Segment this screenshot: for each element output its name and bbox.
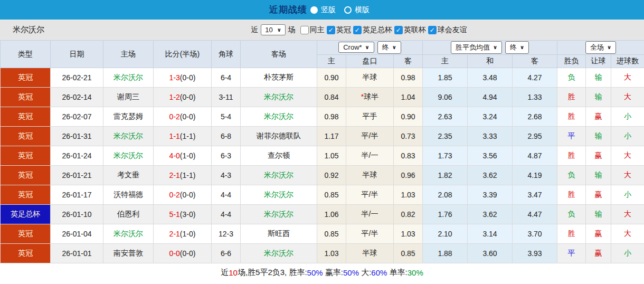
chevron-down-icon: ∨ <box>277 27 281 33</box>
subheader-handicap-away: 客 <box>394 55 423 68</box>
checkbox-checked[interactable]: ✓ <box>428 26 437 34</box>
halftime-score: (0-0) <box>180 191 196 199</box>
handicap-result-cell: 赢 <box>586 146 611 166</box>
goals-result-cell: 大 <box>611 68 644 88</box>
header-group-handicap: Crow*∨终∨ <box>317 41 423 55</box>
checkbox-checked[interactable]: ✓ <box>327 26 335 34</box>
halftime-score: (0-0) <box>180 112 196 121</box>
avg-lose-odds-cell: 3.47 <box>513 185 557 205</box>
final-odds-select-1[interactable]: 终∨ <box>377 41 401 54</box>
table-row: 英足总杯26-01-10伯恩利5-1(3-0)4-4米尔沃尔1.06半/一0.8… <box>1 205 644 224</box>
summary-segment: 30% <box>408 268 423 277</box>
summary-footer: 近10场,胜5平2负3, 胜率:50% 赢率:50% 大:60% 单率:30% <box>0 263 644 282</box>
score-cell: 1-3(0-0) <box>154 68 212 88</box>
radio-horizontal-layout-icon[interactable] <box>344 6 352 14</box>
home-team-cell: 米尔沃尔 <box>103 146 154 166</box>
avg-draw-odds-cell: 3.24 <box>468 107 513 127</box>
result-cell: 胜 <box>557 107 586 127</box>
date-cell: 26-02-14 <box>51 88 103 107</box>
chevron-down-icon: ∨ <box>493 45 497 50</box>
home-team-cell: 沃特福德 <box>103 185 154 205</box>
bookmaker-select[interactable]: Crow*∨ <box>338 42 374 53</box>
chevron-down-icon: ∨ <box>365 45 370 50</box>
radio-vertical-layout-icon[interactable] <box>310 6 318 14</box>
result-cell: 负 <box>557 166 586 185</box>
away-team-cell: 斯旺西 <box>241 224 317 244</box>
fulltime-score: 0-0 <box>169 249 180 258</box>
result-cell: 负 <box>557 68 586 88</box>
fulltime-score: 0-2 <box>169 112 180 121</box>
score-cell: 1-1(1-1) <box>154 127 212 146</box>
handicap-line-cell: 半/一 <box>346 205 394 224</box>
summary-segment: 60% <box>371 268 387 277</box>
handicap-result-cell: 输 <box>586 127 611 146</box>
away-team-cell: 米尔沃尔 <box>241 107 317 127</box>
score-cell: 2-1(1-1) <box>154 166 212 185</box>
fulltime-score: 1-2 <box>169 93 180 101</box>
league-cell: 英冠 <box>1 224 51 244</box>
goals-result-cell: 小 <box>611 127 644 146</box>
league-cell: 英冠 <box>1 146 51 166</box>
period-select[interactable]: 全场∨ <box>585 41 616 54</box>
average-odds-select[interactable]: 胜平负均值∨ <box>451 41 502 54</box>
avg-draw-odds-cell: 3.33 <box>468 127 513 146</box>
date-cell: 26-01-21 <box>51 166 103 185</box>
date-cell: 26-02-07 <box>51 107 103 127</box>
radio-horizontal-layout-label[interactable]: 横版 <box>355 5 370 15</box>
home-team-cell: 米尔沃尔 <box>103 224 154 244</box>
handicap-home-odds-cell: 0.84 <box>317 88 346 107</box>
avg-draw-odds-cell: 3.48 <box>468 68 513 88</box>
table-row: 英冠26-01-21考文垂2-1(1-1)4-3米尔沃尔0.92半球0.961.… <box>1 166 644 185</box>
handicap-away-odds-cell: 0.98 <box>394 68 423 88</box>
avg-win-odds-cell: 1.73 <box>423 146 468 166</box>
header-date: 日期 <box>51 41 103 68</box>
competition-checkbox-group: 同主✓英冠✓英足总杯✓英联杯✓球会友谊 <box>298 25 467 35</box>
home-team-cell: 南安普敦 <box>103 244 154 263</box>
checkbox-checked[interactable]: ✓ <box>353 26 362 34</box>
avg-win-odds-cell: 2.08 <box>423 185 468 205</box>
checkbox-label[interactable]: 英冠 <box>336 25 351 35</box>
handicap-away-odds-cell: 0.90 <box>394 107 423 127</box>
corners-cell: 6-4 <box>212 68 241 88</box>
checkbox-label[interactable]: 球会友谊 <box>438 25 467 35</box>
checkbox-label[interactable]: 同主 <box>310 25 325 35</box>
table-row: 英冠26-01-01南安普敦0-0(0-0)6-6米尔沃尔1.03半球0.851… <box>1 244 644 263</box>
radio-vertical-layout-label[interactable]: 竖版 <box>321 5 336 15</box>
checkbox-label[interactable]: 英联杯 <box>404 25 426 35</box>
handicap-line-cell: 半球 <box>346 68 394 88</box>
handicap-away-odds-cell: 1.04 <box>394 88 423 107</box>
result-cell: 胜 <box>557 146 586 166</box>
table-row: 英冠26-02-14谢周三1-2(0-0)3-11米尔沃尔0.84*球半1.04… <box>1 88 644 107</box>
handicap-away-odds-cell: 0.83 <box>394 146 423 166</box>
checkbox-label[interactable]: 英足总杯 <box>363 25 392 35</box>
corners-cell: 3-11 <box>212 88 241 107</box>
avg-win-odds-cell: 1.82 <box>423 166 468 185</box>
away-team-cell: 米尔沃尔 <box>241 88 317 107</box>
checkbox-unchecked[interactable] <box>300 26 309 34</box>
final-odds-select-1-value: 终 <box>382 43 389 52</box>
header-group-average: 胜平负均值∨终∨ <box>423 41 557 55</box>
handicap-line-cell: 半球 <box>346 166 394 185</box>
subheader-handicap-line: 盘口 <box>346 55 394 68</box>
league-cell: 英冠 <box>1 68 51 88</box>
avg-win-odds-cell: 2.35 <box>423 127 468 146</box>
handicap-away-odds-cell: 1.03 <box>394 224 423 244</box>
avg-lose-odds-cell: 4.87 <box>513 146 557 166</box>
avg-win-odds-cell: 9.06 <box>423 88 468 107</box>
table-row: 英冠26-01-31米尔沃尔1-1(1-1)6-8谢菲尔德联队1.17平/半0.… <box>1 127 644 146</box>
fulltime-score: 0-2 <box>169 191 180 199</box>
recent-count-select[interactable]: 10 ∨ <box>261 24 286 35</box>
home-team-cell: 考文垂 <box>103 166 154 185</box>
fulltime-score: 1-3 <box>169 73 180 82</box>
avg-win-odds-cell: 1.76 <box>423 205 468 224</box>
period-select-value: 全场 <box>590 43 604 52</box>
handicap-home-odds-cell: 0.98 <box>317 107 346 127</box>
halftime-score: (1-1) <box>180 171 196 179</box>
away-team-cell: 米尔沃尔 <box>241 205 317 224</box>
avg-lose-odds-cell: 4.19 <box>513 166 557 185</box>
handicap-home-odds-cell: 0.92 <box>317 166 346 185</box>
final-odds-select-2[interactable]: 终∨ <box>505 41 529 54</box>
checkbox-checked[interactable]: ✓ <box>394 26 403 34</box>
subheader-avg-win: 主 <box>423 55 468 68</box>
goals-result-cell: 小 <box>611 185 644 205</box>
